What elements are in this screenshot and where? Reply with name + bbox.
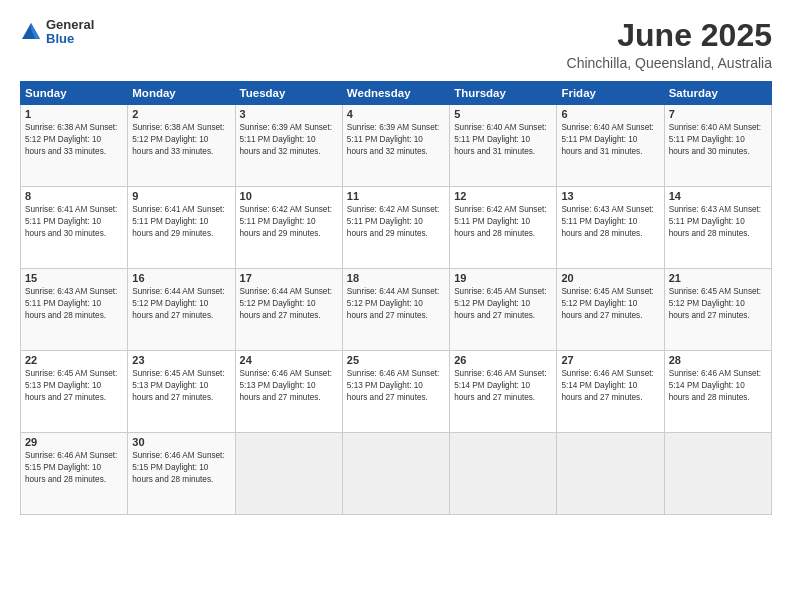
day-number: 1: [25, 108, 123, 120]
calendar-cell: [342, 433, 449, 515]
col-sunday: Sunday: [21, 82, 128, 105]
calendar-cell: 12Sunrise: 6:42 AM Sunset: 5:11 PM Dayli…: [450, 187, 557, 269]
calendar-cell: 8Sunrise: 6:41 AM Sunset: 5:11 PM Daylig…: [21, 187, 128, 269]
day-info: Sunrise: 6:45 AM Sunset: 5:13 PM Dayligh…: [132, 368, 230, 404]
day-info: Sunrise: 6:40 AM Sunset: 5:11 PM Dayligh…: [669, 122, 767, 158]
day-number: 3: [240, 108, 338, 120]
calendar-cell: [450, 433, 557, 515]
day-number: 10: [240, 190, 338, 202]
day-info: Sunrise: 6:46 AM Sunset: 5:13 PM Dayligh…: [240, 368, 338, 404]
col-thursday: Thursday: [450, 82, 557, 105]
day-info: Sunrise: 6:44 AM Sunset: 5:12 PM Dayligh…: [132, 286, 230, 322]
day-number: 11: [347, 190, 445, 202]
calendar-cell: 10Sunrise: 6:42 AM Sunset: 5:11 PM Dayli…: [235, 187, 342, 269]
day-number: 5: [454, 108, 552, 120]
calendar-cell: 20Sunrise: 6:45 AM Sunset: 5:12 PM Dayli…: [557, 269, 664, 351]
calendar-cell: 6Sunrise: 6:40 AM Sunset: 5:11 PM Daylig…: [557, 105, 664, 187]
calendar-cell: 19Sunrise: 6:45 AM Sunset: 5:12 PM Dayli…: [450, 269, 557, 351]
day-info: Sunrise: 6:45 AM Sunset: 5:12 PM Dayligh…: [561, 286, 659, 322]
calendar-cell: [664, 433, 771, 515]
day-info: Sunrise: 6:40 AM Sunset: 5:11 PM Dayligh…: [561, 122, 659, 158]
calendar-week-row: 29Sunrise: 6:46 AM Sunset: 5:15 PM Dayli…: [21, 433, 772, 515]
calendar-table: Sunday Monday Tuesday Wednesday Thursday…: [20, 81, 772, 515]
calendar-cell: 16Sunrise: 6:44 AM Sunset: 5:12 PM Dayli…: [128, 269, 235, 351]
calendar-cell: 17Sunrise: 6:44 AM Sunset: 5:12 PM Dayli…: [235, 269, 342, 351]
day-number: 28: [669, 354, 767, 366]
calendar-week-row: 22Sunrise: 6:45 AM Sunset: 5:13 PM Dayli…: [21, 351, 772, 433]
day-info: Sunrise: 6:43 AM Sunset: 5:11 PM Dayligh…: [561, 204, 659, 240]
day-info: Sunrise: 6:45 AM Sunset: 5:12 PM Dayligh…: [454, 286, 552, 322]
day-number: 6: [561, 108, 659, 120]
logo-icon: [20, 21, 42, 43]
day-number: 12: [454, 190, 552, 202]
day-number: 19: [454, 272, 552, 284]
day-number: 9: [132, 190, 230, 202]
calendar-cell: 4Sunrise: 6:39 AM Sunset: 5:11 PM Daylig…: [342, 105, 449, 187]
calendar-cell: 2Sunrise: 6:38 AM Sunset: 5:12 PM Daylig…: [128, 105, 235, 187]
calendar-cell: 13Sunrise: 6:43 AM Sunset: 5:11 PM Dayli…: [557, 187, 664, 269]
day-number: 20: [561, 272, 659, 284]
day-number: 22: [25, 354, 123, 366]
calendar-cell: 28Sunrise: 6:46 AM Sunset: 5:14 PM Dayli…: [664, 351, 771, 433]
calendar-cell: 1Sunrise: 6:38 AM Sunset: 5:12 PM Daylig…: [21, 105, 128, 187]
day-info: Sunrise: 6:43 AM Sunset: 5:11 PM Dayligh…: [669, 204, 767, 240]
col-wednesday: Wednesday: [342, 82, 449, 105]
logo-text-general: General: [46, 18, 94, 32]
calendar-week-row: 1Sunrise: 6:38 AM Sunset: 5:12 PM Daylig…: [21, 105, 772, 187]
day-number: 7: [669, 108, 767, 120]
day-info: Sunrise: 6:46 AM Sunset: 5:14 PM Dayligh…: [454, 368, 552, 404]
col-saturday: Saturday: [664, 82, 771, 105]
day-number: 26: [454, 354, 552, 366]
calendar-week-row: 15Sunrise: 6:43 AM Sunset: 5:11 PM Dayli…: [21, 269, 772, 351]
day-number: 2: [132, 108, 230, 120]
calendar-cell: 25Sunrise: 6:46 AM Sunset: 5:13 PM Dayli…: [342, 351, 449, 433]
calendar-cell: 18Sunrise: 6:44 AM Sunset: 5:12 PM Dayli…: [342, 269, 449, 351]
day-number: 8: [25, 190, 123, 202]
day-number: 15: [25, 272, 123, 284]
day-info: Sunrise: 6:46 AM Sunset: 5:13 PM Dayligh…: [347, 368, 445, 404]
day-info: Sunrise: 6:44 AM Sunset: 5:12 PM Dayligh…: [347, 286, 445, 322]
day-number: 29: [25, 436, 123, 448]
day-number: 17: [240, 272, 338, 284]
calendar-cell: 3Sunrise: 6:39 AM Sunset: 5:11 PM Daylig…: [235, 105, 342, 187]
day-info: Sunrise: 6:41 AM Sunset: 5:11 PM Dayligh…: [25, 204, 123, 240]
calendar-cell: [557, 433, 664, 515]
calendar-cell: 9Sunrise: 6:41 AM Sunset: 5:11 PM Daylig…: [128, 187, 235, 269]
calendar-cell: 21Sunrise: 6:45 AM Sunset: 5:12 PM Dayli…: [664, 269, 771, 351]
day-number: 23: [132, 354, 230, 366]
day-number: 4: [347, 108, 445, 120]
month-title: June 2025: [567, 18, 772, 53]
day-info: Sunrise: 6:45 AM Sunset: 5:13 PM Dayligh…: [25, 368, 123, 404]
calendar-cell: 5Sunrise: 6:40 AM Sunset: 5:11 PM Daylig…: [450, 105, 557, 187]
day-info: Sunrise: 6:39 AM Sunset: 5:11 PM Dayligh…: [240, 122, 338, 158]
day-info: Sunrise: 6:42 AM Sunset: 5:11 PM Dayligh…: [347, 204, 445, 240]
day-info: Sunrise: 6:38 AM Sunset: 5:12 PM Dayligh…: [25, 122, 123, 158]
day-number: 30: [132, 436, 230, 448]
day-info: Sunrise: 6:41 AM Sunset: 5:11 PM Dayligh…: [132, 204, 230, 240]
day-number: 21: [669, 272, 767, 284]
day-info: Sunrise: 6:38 AM Sunset: 5:12 PM Dayligh…: [132, 122, 230, 158]
day-info: Sunrise: 6:46 AM Sunset: 5:15 PM Dayligh…: [132, 450, 230, 486]
calendar-cell: 22Sunrise: 6:45 AM Sunset: 5:13 PM Dayli…: [21, 351, 128, 433]
day-number: 24: [240, 354, 338, 366]
page-header: General Blue June 2025 Chinchilla, Queen…: [20, 18, 772, 71]
day-info: Sunrise: 6:40 AM Sunset: 5:11 PM Dayligh…: [454, 122, 552, 158]
col-friday: Friday: [557, 82, 664, 105]
day-number: 13: [561, 190, 659, 202]
day-info: Sunrise: 6:46 AM Sunset: 5:14 PM Dayligh…: [669, 368, 767, 404]
location-title: Chinchilla, Queensland, Australia: [567, 55, 772, 71]
calendar-cell: 15Sunrise: 6:43 AM Sunset: 5:11 PM Dayli…: [21, 269, 128, 351]
day-info: Sunrise: 6:42 AM Sunset: 5:11 PM Dayligh…: [240, 204, 338, 240]
day-number: 25: [347, 354, 445, 366]
day-info: Sunrise: 6:39 AM Sunset: 5:11 PM Dayligh…: [347, 122, 445, 158]
calendar-cell: 7Sunrise: 6:40 AM Sunset: 5:11 PM Daylig…: [664, 105, 771, 187]
calendar-cell: 26Sunrise: 6:46 AM Sunset: 5:14 PM Dayli…: [450, 351, 557, 433]
day-info: Sunrise: 6:46 AM Sunset: 5:15 PM Dayligh…: [25, 450, 123, 486]
calendar-cell: 11Sunrise: 6:42 AM Sunset: 5:11 PM Dayli…: [342, 187, 449, 269]
day-number: 27: [561, 354, 659, 366]
day-number: 14: [669, 190, 767, 202]
day-info: Sunrise: 6:42 AM Sunset: 5:11 PM Dayligh…: [454, 204, 552, 240]
day-info: Sunrise: 6:46 AM Sunset: 5:14 PM Dayligh…: [561, 368, 659, 404]
day-number: 18: [347, 272, 445, 284]
calendar-header-row: Sunday Monday Tuesday Wednesday Thursday…: [21, 82, 772, 105]
